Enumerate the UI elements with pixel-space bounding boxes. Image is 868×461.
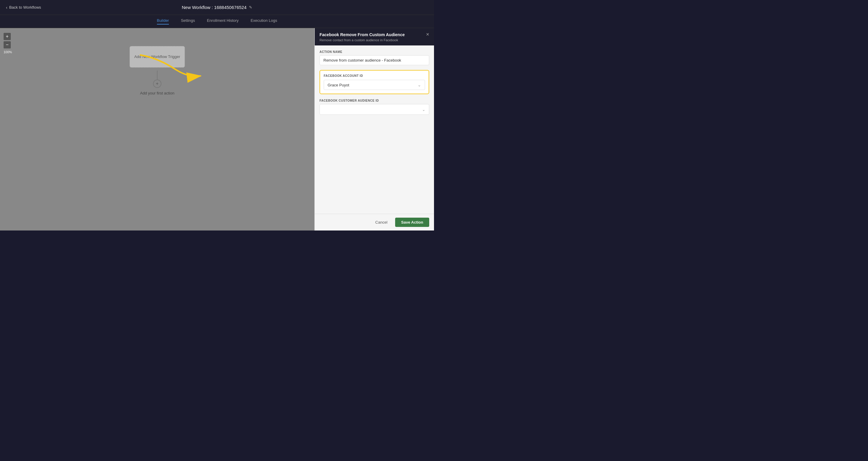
panel-header-content: Facebook Remove From Custom Audience Rem…	[319, 32, 426, 42]
plus-icon: +	[156, 81, 158, 86]
back-arrow-icon: ‹	[6, 5, 7, 10]
save-action-button[interactable]: Save Action	[395, 218, 429, 227]
cancel-button[interactable]: Cancel	[371, 218, 392, 227]
canvas-area: + − 100% Add New Workflow Trigger + Add …	[0, 28, 314, 230]
fb-customer-audience-section: FACEBOOK CUSTOMER AUDIENCE ID ⌄	[319, 99, 429, 115]
tab-bar: Builder Settings Enrollment History Exec…	[0, 15, 434, 28]
close-panel-button[interactable]: ×	[426, 32, 429, 37]
zoom-controls: + − 100%	[4, 33, 12, 54]
fb-account-id-label: FACEBOOK ACCOUNT ID	[324, 74, 425, 78]
chevron-down-icon: ⌄	[417, 83, 421, 87]
back-label: Back to Workflows	[9, 5, 41, 9]
workflow-title: New Workflow : 1688450676524 ✎	[182, 5, 252, 10]
action-name-section: ACTION NAME Remove from customer audienc…	[319, 50, 429, 65]
tab-builder[interactable]: Builder	[157, 18, 169, 25]
first-action-text: Add your first action	[140, 91, 175, 95]
panel-body: ACTION NAME Remove from customer audienc…	[315, 45, 434, 214]
header: ‹ Back to Workflows New Workflow : 16884…	[0, 0, 434, 15]
action-name-label: ACTION NAME	[319, 50, 429, 54]
panel-header: Facebook Remove From Custom Audience Rem…	[315, 28, 434, 45]
tab-enrollment-history[interactable]: Enrollment History	[207, 18, 239, 25]
zoom-in-button[interactable]: +	[4, 33, 11, 40]
action-name-value: Remove from customer audience - Facebook	[319, 55, 429, 65]
fb-account-id-select[interactable]: Grace Puyot ⌄	[324, 80, 425, 90]
panel-title: Facebook Remove From Custom Audience	[319, 32, 426, 37]
facebook-account-id-section: FACEBOOK ACCOUNT ID Grace Puyot ⌄	[319, 70, 429, 94]
workflow-trigger-box[interactable]: Add New Workflow Trigger	[130, 46, 185, 67]
tab-settings[interactable]: Settings	[181, 18, 195, 25]
tab-execution-logs[interactable]: Execution Logs	[250, 18, 277, 25]
fb-customer-audience-label: FACEBOOK CUSTOMER AUDIENCE ID	[319, 99, 429, 102]
back-to-workflows-button[interactable]: ‹ Back to Workflows	[6, 5, 41, 10]
edit-icon[interactable]: ✎	[249, 5, 252, 9]
add-action-button[interactable]: +	[153, 80, 161, 88]
panel-footer: Cancel Save Action	[315, 214, 434, 230]
fb-customer-audience-select[interactable]: ⌄	[319, 104, 429, 115]
connector-line	[157, 70, 157, 80]
audience-chevron-icon: ⌄	[422, 107, 425, 112]
panel-subtitle: Remove contact from a custom audience in…	[319, 38, 426, 42]
connector: +	[153, 70, 161, 88]
main-layout: + − 100% Add New Workflow Trigger + Add …	[0, 28, 434, 230]
trigger-box-text: Add New Workflow Trigger	[134, 54, 180, 60]
zoom-out-button[interactable]: −	[4, 41, 11, 49]
right-panel: Facebook Remove From Custom Audience Rem…	[314, 28, 434, 230]
fb-account-id-value: Grace Puyot	[328, 83, 349, 87]
zoom-percent: 100%	[4, 50, 12, 54]
workflow-title-text: New Workflow : 1688450676524	[182, 5, 247, 10]
